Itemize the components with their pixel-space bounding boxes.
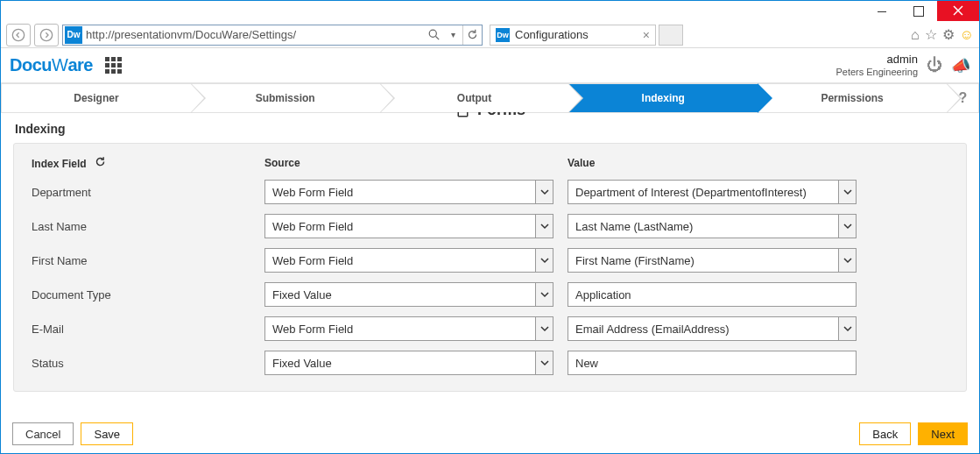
- app-logo: DocuWare: [10, 55, 93, 75]
- source-select[interactable]: Web Form Field: [264, 180, 553, 204]
- value-text: Email Address (EmailAddress): [568, 323, 838, 336]
- content-area: Indexing Index Field Source Value Depart…: [1, 113, 979, 392]
- back-button[interactable]: Back: [859, 422, 911, 445]
- value-select[interactable]: Last Name (LastName): [568, 214, 857, 238]
- search-icon: [428, 29, 440, 40]
- step-submission[interactable]: Submission: [191, 84, 380, 112]
- window-maximize-button[interactable]: [900, 2, 937, 21]
- apps-menu-button[interactable]: [105, 57, 122, 74]
- browser-tab[interactable]: Dw Configurations ×: [490, 25, 656, 46]
- dropdown-button[interactable]: [838, 181, 856, 203]
- chevron-down-icon: [843, 188, 852, 196]
- step-designer[interactable]: Designer: [2, 84, 191, 112]
- app-header: DocuWare Forms admin Peters Engineering …: [1, 48, 979, 83]
- value-select[interactable]: First Name (FirstName): [568, 248, 857, 273]
- value-input[interactable]: Application: [568, 282, 857, 307]
- close-icon: [953, 5, 963, 16]
- power-icon[interactable]: ⏻: [927, 56, 942, 74]
- field-label: E-Mail: [32, 323, 250, 336]
- arrow-left-icon: [11, 28, 25, 42]
- new-tab-button[interactable]: [659, 25, 683, 46]
- url-input[interactable]: [84, 28, 424, 41]
- refresh-button[interactable]: [462, 25, 482, 45]
- source-value: Web Form Field: [265, 220, 535, 233]
- browser-navbar: Dw ▾ Dw Configurations × ⌂ ☆ ⚙ ☺: [1, 22, 979, 48]
- chevron-down-icon: [843, 222, 852, 231]
- wizard-steps: Designer Submission Output Indexing Perm…: [1, 83, 979, 113]
- header-index-field: Index Field: [32, 156, 250, 170]
- source-value: Fixed Value: [265, 288, 535, 301]
- dropdown-button[interactable]: [535, 249, 553, 272]
- arrow-right-icon: [39, 28, 53, 42]
- site-icon: Dw: [65, 26, 82, 44]
- nav-back-button[interactable]: [6, 24, 31, 46]
- chevron-down-icon: [540, 290, 549, 299]
- window-titlebar: [1, 1, 979, 22]
- announce-icon[interactable]: 📣: [951, 56, 970, 75]
- dropdown-button[interactable]: [535, 283, 553, 306]
- feedback-smiley-icon[interactable]: ☺: [960, 27, 974, 43]
- value-text: Department of Interest (DepartmentofInte…: [568, 186, 838, 199]
- value-text: First Name (FirstName): [568, 254, 838, 267]
- step-permissions[interactable]: Permissions: [758, 84, 947, 112]
- dropdown-button[interactable]: [535, 181, 553, 203]
- source-select[interactable]: Web Form Field: [264, 248, 553, 273]
- header-source: Source: [264, 157, 553, 169]
- step-indexing[interactable]: Indexing: [568, 84, 758, 112]
- value-text: Last Name (LastName): [568, 220, 838, 233]
- source-value: Fixed Value: [265, 357, 535, 370]
- dropdown-button[interactable]: [535, 351, 553, 374]
- field-label: Document Type: [32, 288, 250, 301]
- tab-favicon: Dw: [496, 28, 510, 42]
- field-label: Department: [32, 186, 250, 199]
- dropdown-button[interactable]: [535, 317, 553, 340]
- dropdown-button[interactable]: [838, 215, 856, 238]
- source-select[interactable]: Fixed Value: [264, 282, 553, 307]
- chevron-down-icon: [843, 324, 852, 333]
- dropdown-button[interactable]: [838, 317, 856, 340]
- home-icon[interactable]: ⌂: [911, 27, 920, 43]
- chevron-down-icon: [540, 188, 549, 196]
- field-label: Last Name: [32, 220, 250, 233]
- source-select[interactable]: Web Form Field: [264, 214, 553, 238]
- source-value: Web Form Field: [265, 254, 535, 267]
- search-button[interactable]: [424, 25, 443, 45]
- field-label: First Name: [32, 254, 250, 267]
- cancel-button[interactable]: Cancel: [12, 422, 74, 445]
- svg-point-3: [40, 29, 52, 40]
- window-close-button[interactable]: [937, 0, 979, 21]
- step-output[interactable]: Output: [380, 84, 569, 112]
- chevron-down-icon: [540, 358, 549, 367]
- svg-point-4: [429, 30, 436, 37]
- source-select[interactable]: Fixed Value: [264, 351, 553, 375]
- tab-close-button[interactable]: ×: [643, 28, 650, 42]
- source-select[interactable]: Web Form Field: [264, 316, 553, 341]
- addr-dropdown-button[interactable]: ▾: [443, 25, 462, 45]
- user-info: admin Peters Engineering: [835, 53, 918, 78]
- chevron-down-icon: [843, 256, 852, 265]
- value-select[interactable]: Department of Interest (DepartmentofInte…: [568, 180, 857, 204]
- settings-gear-icon[interactable]: ⚙: [942, 26, 955, 43]
- next-button[interactable]: Next: [918, 422, 968, 445]
- address-bar[interactable]: Dw ▾: [62, 25, 483, 46]
- refresh-fields-button[interactable]: [95, 156, 106, 170]
- field-label: Status: [32, 357, 250, 370]
- header-value: Value: [568, 157, 857, 169]
- value-input[interactable]: New: [568, 351, 857, 375]
- refresh-icon: [467, 29, 478, 40]
- favorites-icon[interactable]: ☆: [925, 26, 937, 43]
- value-select[interactable]: Email Address (EmailAddress): [568, 316, 857, 341]
- svg-line-5: [435, 37, 439, 40]
- chevron-down-icon: [540, 256, 549, 265]
- chevron-down-icon: [540, 324, 549, 333]
- window-minimize-button[interactable]: [864, 2, 900, 21]
- indexing-panel: Index Field Source Value DepartmentWeb F…: [13, 143, 967, 392]
- nav-forward-button[interactable]: [34, 24, 59, 46]
- save-button[interactable]: Save: [81, 422, 133, 445]
- chevron-down-icon: [540, 222, 549, 231]
- dropdown-button[interactable]: [838, 249, 856, 272]
- refresh-icon: [95, 156, 106, 167]
- dropdown-button[interactable]: [535, 215, 553, 238]
- source-value: Web Form Field: [265, 323, 535, 336]
- svg-point-2: [12, 29, 24, 40]
